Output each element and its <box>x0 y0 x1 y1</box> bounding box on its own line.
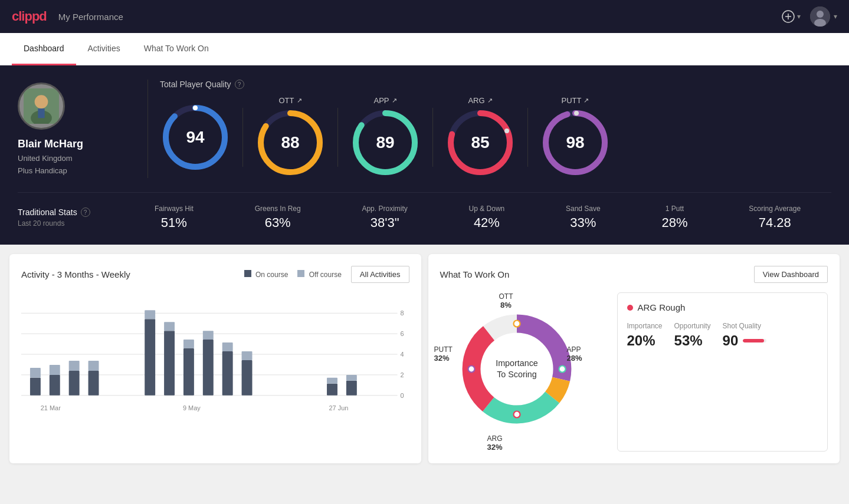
svg-rect-52 <box>242 360 253 396</box>
svg-point-4 <box>817 11 824 18</box>
svg-rect-49 <box>203 331 214 340</box>
ott-label-text: OTT <box>499 292 513 301</box>
gauge-arg: ARG ↗ 85 <box>445 96 516 178</box>
svg-rect-36 <box>50 375 60 396</box>
trad-stats-title: Traditional Stats ? <box>18 207 124 217</box>
avatar <box>810 6 830 27</box>
activity-panel: Activity - 3 Months - Weekly On course O… <box>9 254 421 463</box>
svg-point-23 <box>574 111 579 116</box>
ott-score: 88 <box>281 133 299 152</box>
all-activities-button[interactable]: All Activities <box>351 266 409 283</box>
gauge-putt: PUTT ↗ 98 <box>540 96 611 178</box>
app-arrow-icon: ↗ <box>392 97 397 104</box>
stat-scoring: Scoring Average 74.28 <box>749 205 801 230</box>
view-dashboard-button[interactable]: View Dashboard <box>754 266 828 283</box>
svg-point-70 <box>513 411 520 418</box>
trad-stats-row: Traditional Stats ? Last 20 rounds Fairw… <box>18 192 831 230</box>
svg-point-12 <box>193 106 198 110</box>
svg-rect-56 <box>346 381 357 396</box>
shot-quality-bar-fill <box>743 339 764 342</box>
svg-text:To Scoring: To Scoring <box>497 370 537 379</box>
gauges-row: 94 OTT ↗ 88 <box>160 96 831 178</box>
svg-rect-55 <box>327 378 337 384</box>
player-country: United Kingdom <box>18 154 73 163</box>
gauge-divider-2 <box>337 108 338 167</box>
player-info: Blair McHarg United Kingdom Plus Handica… <box>18 83 136 175</box>
svg-rect-41 <box>88 361 99 371</box>
svg-rect-50 <box>222 351 233 396</box>
arg-circle: 85 <box>445 107 516 178</box>
activity-header: Activity - 3 Months - Weekly On course O… <box>21 266 409 283</box>
app-donut-label: APP 28% <box>567 345 582 363</box>
svg-rect-48 <box>203 340 214 396</box>
gauge-divider-3 <box>432 108 433 167</box>
stat-fairways: Fairways Hit 51% <box>155 205 194 230</box>
trad-stats-subtitle: Last 20 rounds <box>18 219 124 228</box>
svg-rect-46 <box>183 348 194 396</box>
arg-donut-label: ARG 32% <box>487 434 503 452</box>
svg-rect-43 <box>145 310 155 319</box>
activity-controls: On course Off course All Activities <box>244 266 409 283</box>
logo-text: clippd <box>12 9 47 24</box>
arg-title: ARG ↗ <box>468 96 492 105</box>
tab-activities[interactable]: Activities <box>76 33 132 65</box>
tab-what-to-work-on[interactable]: What To Work On <box>132 33 221 65</box>
svg-rect-44 <box>164 331 175 396</box>
activity-legend: On course Off course <box>244 270 342 279</box>
arg-label-pct: 32% <box>487 443 503 452</box>
svg-point-71 <box>468 366 474 373</box>
shot-quality-bar <box>743 339 766 342</box>
detail-shot-quality: Shot Quality 90 <box>723 322 767 349</box>
svg-rect-34 <box>30 378 41 396</box>
detail-opportunity: Opportunity 53% <box>674 322 711 349</box>
svg-rect-38 <box>69 371 80 396</box>
trad-stats-items: Fairways Hit 51% Greens In Reg 63% App. … <box>124 205 831 230</box>
detail-stats: Importance 20% Opportunity 53% Shot Qual… <box>627 322 818 349</box>
gauge-app: APP ↗ 89 <box>350 96 421 178</box>
svg-point-68 <box>513 321 520 327</box>
main-gauge-circle: 94 <box>160 102 231 173</box>
svg-rect-47 <box>183 340 194 348</box>
detail-card-title: ARG Rough <box>627 302 818 312</box>
arg-arrow-icon: ↗ <box>487 97 493 104</box>
work-on-panel: What To Work On View Dashboard <box>428 254 840 463</box>
header: clippd My Performance ▾ ▾ <box>0 0 849 33</box>
nav-tabs: Dashboard Activities What To Work On <box>0 33 849 65</box>
tab-dashboard[interactable]: Dashboard <box>12 33 76 65</box>
app-circle: 89 <box>350 107 421 178</box>
work-detail-card: ARG Rough Importance 20% Opportunity 53%… <box>617 292 828 452</box>
app-title: APP ↗ <box>373 96 396 105</box>
header-right: ▾ ▾ <box>782 6 837 27</box>
arg-score: 85 <box>471 133 489 152</box>
player-section: Blair McHarg United Kingdom Plus Handica… <box>0 65 849 245</box>
app-label-text: APP <box>567 345 582 354</box>
divider <box>147 80 148 178</box>
avatar <box>18 83 65 130</box>
on-course-legend: On course <box>244 270 289 279</box>
svg-rect-9 <box>38 108 44 118</box>
gauge-ott: OTT ↗ 88 <box>255 96 326 178</box>
arg-label-text: ARG <box>487 434 503 443</box>
off-course-dot <box>297 270 304 277</box>
player-top: Blair McHarg United Kingdom Plus Handica… <box>18 80 831 178</box>
trad-help-icon[interactable]: ? <box>81 207 90 217</box>
quality-help-icon[interactable]: ? <box>235 80 244 89</box>
user-chevron-icon: ▾ <box>834 12 837 21</box>
ott-title: OTT ↗ <box>279 96 302 105</box>
svg-rect-40 <box>88 371 99 396</box>
putt-donut-label: PUTT 32% <box>434 345 453 363</box>
quality-section: Total Player Quality ? 94 <box>160 80 831 178</box>
user-menu[interactable]: ▾ <box>810 6 837 27</box>
quality-header: Total Player Quality ? <box>160 80 831 89</box>
svg-text:27 Jun: 27 Jun <box>329 404 349 411</box>
donut-chart-area: Importance To Scoring OTT 8% APP 28% <box>440 292 605 452</box>
ott-donut-label: OTT 8% <box>499 292 513 309</box>
svg-text:21 Mar: 21 Mar <box>41 404 61 411</box>
bottom-panels: Activity - 3 Months - Weekly On course O… <box>0 245 849 473</box>
add-button[interactable]: ▾ <box>782 10 801 23</box>
svg-rect-42 <box>145 319 155 396</box>
svg-point-7 <box>35 95 48 108</box>
svg-rect-39 <box>69 361 80 371</box>
svg-rect-57 <box>346 375 357 381</box>
svg-text:2: 2 <box>401 371 404 378</box>
